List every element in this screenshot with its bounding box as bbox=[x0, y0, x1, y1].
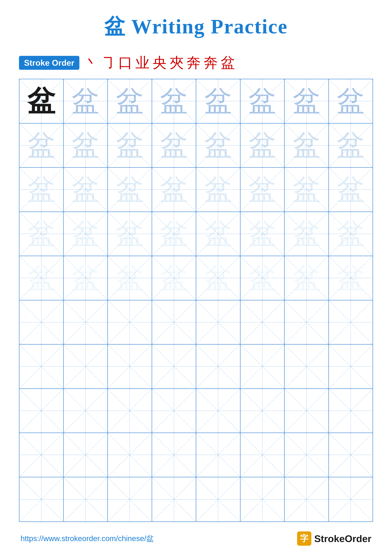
stroke-1: 丶 bbox=[84, 53, 98, 73]
grid-cell-10-4[interactable] bbox=[152, 477, 196, 522]
grid-cell-6-4[interactable] bbox=[152, 300, 196, 345]
grid-cell-3-6[interactable]: 盆 bbox=[241, 168, 285, 212]
grid-cell-8-1[interactable] bbox=[20, 389, 64, 433]
grid-cell-3-4[interactable]: 盆 bbox=[152, 168, 196, 212]
grid-cell-4-5[interactable]: 盆 bbox=[196, 212, 241, 256]
grid-cell-8-3[interactable] bbox=[108, 389, 152, 433]
grid-cell-7-7[interactable] bbox=[285, 345, 329, 389]
footer-logo: 字 StrokeOrder bbox=[297, 531, 371, 546]
grid-cell-1-7[interactable]: 盆 bbox=[285, 79, 329, 124]
grid-cell-9-5[interactable] bbox=[196, 433, 241, 477]
grid-cell-5-3[interactable]: 盆 bbox=[108, 256, 152, 300]
title-character: 盆 bbox=[104, 15, 126, 38]
grid-cell-8-2[interactable] bbox=[64, 389, 108, 433]
grid-cell-3-2[interactable]: 盆 bbox=[64, 168, 108, 212]
stroke-8: 奔 bbox=[204, 53, 218, 73]
stroke-order-row: Stroke Order 丶 ㇆ 口 业 央 夾 奔 奔 盆 bbox=[19, 53, 373, 73]
grid-cell-6-5[interactable] bbox=[196, 300, 241, 345]
grid-cell-2-7[interactable]: 盆 bbox=[285, 124, 329, 168]
stroke-7: 奔 bbox=[187, 53, 201, 73]
grid-cell-10-6[interactable] bbox=[241, 477, 285, 522]
grid-cell-6-1[interactable] bbox=[20, 300, 64, 345]
page-title: 盆 Writing Practice bbox=[104, 13, 288, 41]
grid-cell-1-1[interactable]: 盆 bbox=[20, 79, 64, 124]
char-solid: 盆 bbox=[28, 87, 55, 115]
grid-cell-2-8[interactable]: 盆 bbox=[329, 124, 373, 168]
grid-cell-5-8[interactable]: 盆 bbox=[329, 256, 373, 300]
grid-cell-8-6[interactable] bbox=[241, 389, 285, 433]
grid-cell-3-1[interactable]: 盆 bbox=[20, 168, 64, 212]
grid-cell-5-6[interactable]: 盆 bbox=[241, 256, 285, 300]
grid-cell-6-6[interactable] bbox=[241, 300, 285, 345]
grid-cell-4-3[interactable]: 盆 bbox=[108, 212, 152, 256]
grid-cell-1-5[interactable]: 盆 bbox=[196, 79, 241, 124]
grid-row-7 bbox=[20, 345, 372, 389]
grid-cell-4-1[interactable]: 盆 bbox=[20, 212, 64, 256]
grid-cell-8-7[interactable] bbox=[285, 389, 329, 433]
grid-cell-2-1[interactable]: 盆 bbox=[20, 124, 64, 168]
grid-cell-1-3[interactable]: 盆 bbox=[108, 79, 152, 124]
grid-cell-10-7[interactable] bbox=[285, 477, 329, 522]
grid-cell-6-7[interactable] bbox=[285, 300, 329, 345]
grid-cell-4-4[interactable]: 盆 bbox=[152, 212, 196, 256]
grid-cell-7-4[interactable] bbox=[152, 345, 196, 389]
grid-cell-9-8[interactable] bbox=[329, 433, 373, 477]
grid-row-6 bbox=[20, 300, 372, 345]
grid-cell-9-4[interactable] bbox=[152, 433, 196, 477]
grid-cell-9-2[interactable] bbox=[64, 433, 108, 477]
grid-cell-8-8[interactable] bbox=[329, 389, 373, 433]
grid-cell-6-3[interactable] bbox=[108, 300, 152, 345]
stroke-sequence: 丶 ㇆ 口 业 央 夾 奔 奔 盆 bbox=[84, 53, 235, 73]
grid-cell-6-2[interactable] bbox=[64, 300, 108, 345]
grid-cell-1-2[interactable]: 盆 bbox=[64, 79, 108, 124]
grid-cell-2-5[interactable]: 盆 bbox=[196, 124, 241, 168]
writing-grid: 盆 盆 盆 盆 盆 盆 盆 bbox=[19, 79, 373, 522]
grid-cell-7-3[interactable] bbox=[108, 345, 152, 389]
grid-cell-7-8[interactable] bbox=[329, 345, 373, 389]
grid-cell-5-7[interactable]: 盆 bbox=[285, 256, 329, 300]
grid-cell-3-3[interactable]: 盆 bbox=[108, 168, 152, 212]
footer-url[interactable]: https://www.strokeorder.com/chinese/盆 bbox=[21, 533, 154, 544]
grid-cell-1-6[interactable]: 盆 bbox=[241, 79, 285, 124]
grid-cell-2-3[interactable]: 盆 bbox=[108, 124, 152, 168]
grid-cell-4-8[interactable]: 盆 bbox=[329, 212, 373, 256]
grid-cell-8-5[interactable] bbox=[196, 389, 241, 433]
stroke-2: ㇆ bbox=[101, 53, 115, 73]
grid-cell-7-6[interactable] bbox=[241, 345, 285, 389]
grid-row-8 bbox=[20, 389, 372, 433]
grid-cell-5-1[interactable]: 盆 bbox=[20, 256, 64, 300]
grid-cell-7-1[interactable] bbox=[20, 345, 64, 389]
grid-cell-9-7[interactable] bbox=[285, 433, 329, 477]
grid-cell-5-2[interactable]: 盆 bbox=[64, 256, 108, 300]
grid-cell-6-8[interactable] bbox=[329, 300, 373, 345]
grid-cell-1-4[interactable]: 盆 bbox=[152, 79, 196, 124]
grid-cell-1-8[interactable]: 盆 bbox=[329, 79, 373, 124]
stroke-9: 盆 bbox=[221, 53, 235, 73]
grid-cell-4-6[interactable]: 盆 bbox=[241, 212, 285, 256]
grid-cell-10-2[interactable] bbox=[64, 477, 108, 522]
stroke-5: 央 bbox=[152, 53, 167, 73]
grid-cell-3-8[interactable]: 盆 bbox=[329, 168, 373, 212]
grid-cell-9-6[interactable] bbox=[241, 433, 285, 477]
grid-cell-4-7[interactable]: 盆 bbox=[285, 212, 329, 256]
grid-cell-3-7[interactable]: 盆 bbox=[285, 168, 329, 212]
grid-cell-9-3[interactable] bbox=[108, 433, 152, 477]
grid-cell-2-4[interactable]: 盆 bbox=[152, 124, 196, 168]
grid-cell-10-1[interactable] bbox=[20, 477, 64, 522]
grid-cell-5-4[interactable]: 盆 bbox=[152, 256, 196, 300]
grid-cell-4-2[interactable]: 盆 bbox=[64, 212, 108, 256]
grid-cell-7-2[interactable] bbox=[64, 345, 108, 389]
grid-cell-10-5[interactable] bbox=[196, 477, 241, 522]
grid-cell-2-6[interactable]: 盆 bbox=[241, 124, 285, 168]
grid-cell-10-8[interactable] bbox=[329, 477, 373, 522]
grid-cell-2-2[interactable]: 盆 bbox=[64, 124, 108, 168]
strokeorder-logo-text: StrokeOrder bbox=[314, 533, 371, 544]
grid-row-2: 盆 盆 盆 盆 盆 盆 盆 bbox=[20, 124, 372, 168]
grid-cell-3-5[interactable]: 盆 bbox=[196, 168, 241, 212]
grid-row-4: 盆 盆 盆 盆 盆 盆 盆 bbox=[20, 212, 372, 256]
grid-cell-5-5[interactable]: 盆 bbox=[196, 256, 241, 300]
grid-cell-9-1[interactable] bbox=[20, 433, 64, 477]
grid-cell-8-4[interactable] bbox=[152, 389, 196, 433]
grid-cell-7-5[interactable] bbox=[196, 345, 241, 389]
grid-cell-10-3[interactable] bbox=[108, 477, 152, 522]
